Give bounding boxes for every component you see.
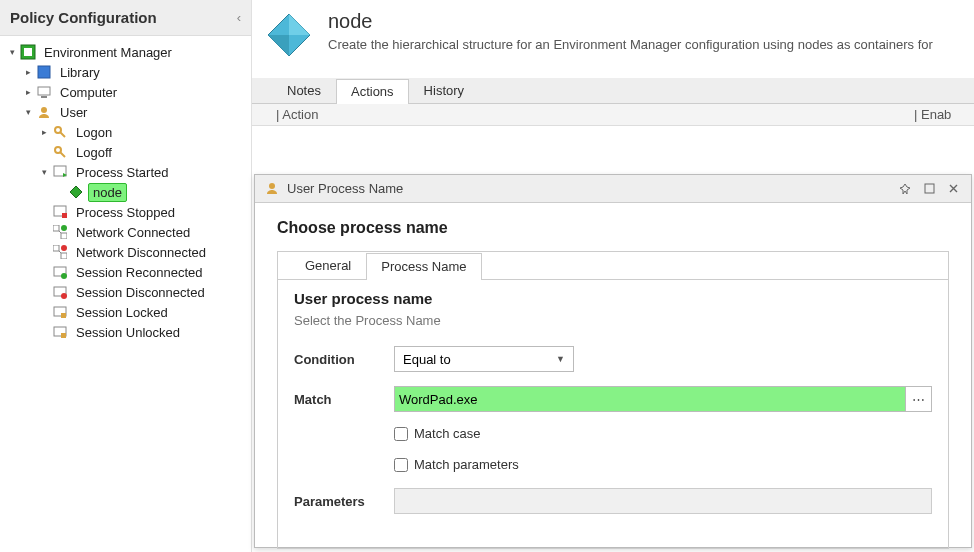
tree-label: Environment Manager <box>40 44 176 61</box>
window-stop-icon <box>52 204 68 220</box>
tab-process-name[interactable]: Process Name <box>366 253 481 280</box>
actions-column-header: | Action | Enab <box>252 104 974 126</box>
dialog-title: User Process Name <box>287 181 889 196</box>
tree-user[interactable]: ▾ User <box>6 102 251 122</box>
main-tabs: Notes Actions History <box>252 78 974 104</box>
svg-rect-16 <box>53 245 59 251</box>
environment-manager-icon <box>20 44 36 60</box>
dialog-user-process-name: User Process Name Choose process name Ge… <box>254 174 972 548</box>
svg-point-15 <box>61 225 67 231</box>
tree-process-started[interactable]: ▾ Process Started <box>6 162 251 182</box>
tree-label: Session Disconnected <box>72 284 209 301</box>
user-icon <box>36 104 52 120</box>
svg-point-5 <box>41 107 47 113</box>
svg-rect-13 <box>53 225 59 231</box>
session-reconnected-icon <box>52 264 68 280</box>
close-icon[interactable] <box>945 181 961 197</box>
match-input[interactable] <box>394 386 906 412</box>
match-case-label: Match case <box>414 426 480 441</box>
row-parameters: Parameters <box>294 488 932 514</box>
tree-process-stopped[interactable]: ▸ Process Stopped <box>6 202 251 222</box>
computer-icon <box>36 84 52 100</box>
svg-rect-26 <box>61 333 66 338</box>
key-off-icon <box>52 144 68 160</box>
tree-label: Process Stopped <box>72 204 179 221</box>
tree-logon[interactable]: ▸ Logon <box>6 122 251 142</box>
tab-notes[interactable]: Notes <box>272 78 336 103</box>
svg-point-18 <box>61 245 67 251</box>
tree-computer[interactable]: ▸ Computer <box>6 82 251 102</box>
svg-rect-3 <box>38 87 50 95</box>
svg-rect-4 <box>41 96 47 98</box>
chevron-right-icon[interactable]: ▸ <box>38 127 50 137</box>
svg-rect-14 <box>61 233 67 239</box>
tree-node[interactable]: ▸ node <box>6 182 251 202</box>
tree-label: Session Reconnected <box>72 264 206 281</box>
tree-session-locked[interactable]: ▸ Session Locked <box>6 302 251 322</box>
chevron-down-icon[interactable]: ▾ <box>22 107 34 117</box>
column-action: | Action <box>252 107 914 122</box>
tree-label: Session Locked <box>72 304 172 321</box>
chevron-down-icon: ▼ <box>556 354 565 364</box>
tree-label: node <box>88 183 127 202</box>
panel-subtitle: Select the Process Name <box>294 313 932 328</box>
page-title: node <box>328 10 933 33</box>
match-case-checkbox[interactable]: Match case <box>394 426 932 441</box>
tab-actions[interactable]: Actions <box>336 79 409 104</box>
config-tree: ▾ Environment Manager ▸ Library ▸ Comput… <box>0 36 251 342</box>
tree-session-unlocked[interactable]: ▸ Session Unlocked <box>6 322 251 342</box>
tree-session-reconnected[interactable]: ▸ Session Reconnected <box>6 262 251 282</box>
tree-network-disconnected[interactable]: ▸ Network Disconnected <box>6 242 251 262</box>
svg-point-30 <box>269 183 275 189</box>
tree-label: Network Connected <box>72 224 194 241</box>
pin-icon[interactable] <box>897 181 913 197</box>
condition-select[interactable]: Equal to ▼ <box>394 346 574 372</box>
browse-button[interactable]: ⋯ <box>906 386 932 412</box>
node-icon <box>68 184 84 200</box>
tree-session-disconnected[interactable]: ▸ Session Disconnected <box>6 282 251 302</box>
svg-rect-24 <box>61 313 66 318</box>
maximize-icon[interactable] <box>921 181 937 197</box>
match-parameters-label: Match parameters <box>414 457 519 472</box>
chevron-right-icon[interactable]: ▸ <box>22 87 34 97</box>
book-icon <box>36 64 52 80</box>
match-case-input[interactable] <box>394 427 408 441</box>
network-connected-icon <box>52 224 68 240</box>
svg-point-22 <box>61 293 67 299</box>
tree-label: Network Disconnected <box>72 244 210 261</box>
sidebar-header: Policy Configuration ‹ <box>0 0 251 36</box>
column-enabled: | Enab <box>914 107 974 122</box>
session-disconnected-icon <box>52 284 68 300</box>
tab-history[interactable]: History <box>409 78 479 103</box>
session-locked-icon <box>52 304 68 320</box>
dialog-titlebar[interactable]: User Process Name <box>255 175 971 203</box>
tree-network-connected[interactable]: ▸ Network Connected <box>6 222 251 242</box>
tree-root[interactable]: ▾ Environment Manager <box>6 42 251 62</box>
svg-rect-2 <box>38 66 50 78</box>
session-unlocked-icon <box>52 324 68 340</box>
label-parameters: Parameters <box>294 494 394 509</box>
tree-label: User <box>56 104 91 121</box>
tree-label: Library <box>56 64 104 81</box>
node-header: node Create the hierarchical structure f… <box>252 0 974 78</box>
sidebar-policy-config: Policy Configuration ‹ ▾ Environment Man… <box>0 0 252 552</box>
svg-point-20 <box>61 273 67 279</box>
svg-marker-10 <box>70 186 82 198</box>
dialog-inner-tabs: General Process Name User process name S… <box>277 251 949 549</box>
chevron-down-icon[interactable]: ▾ <box>6 47 18 57</box>
dialog-heading: Choose process name <box>277 219 949 237</box>
svg-rect-17 <box>61 253 67 259</box>
tab-general[interactable]: General <box>290 252 366 279</box>
row-condition: Condition Equal to ▼ <box>294 346 932 372</box>
chevron-down-icon[interactable]: ▾ <box>38 167 50 177</box>
window-play-icon <box>52 164 68 180</box>
match-parameters-checkbox[interactable]: Match parameters <box>394 457 932 472</box>
tree-logoff[interactable]: ▸ Logoff <box>6 142 251 162</box>
collapse-sidebar-icon[interactable]: ‹ <box>237 10 241 25</box>
match-parameters-input[interactable] <box>394 458 408 472</box>
chevron-right-icon[interactable]: ▸ <box>22 67 34 77</box>
tree-label: Logoff <box>72 144 116 161</box>
tree-library[interactable]: ▸ Library <box>6 62 251 82</box>
svg-rect-31 <box>925 184 934 193</box>
svg-rect-12 <box>62 213 67 218</box>
